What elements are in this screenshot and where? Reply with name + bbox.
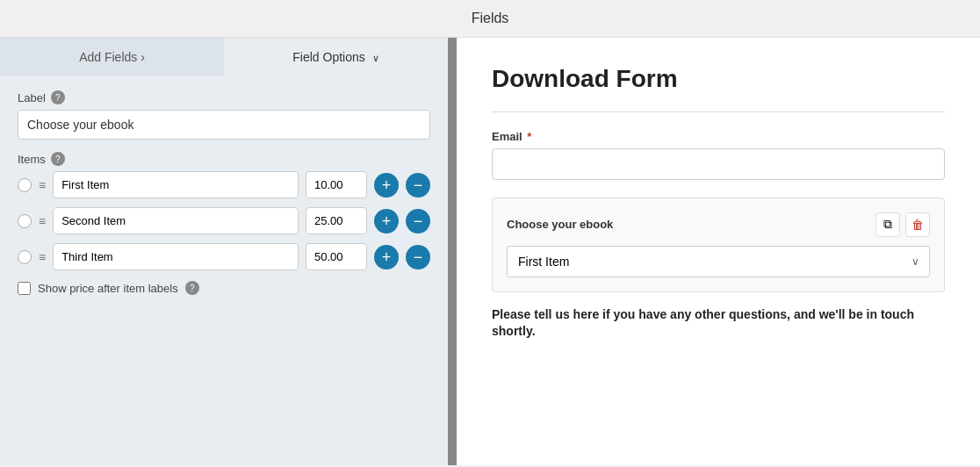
label-section-title: Label: [18, 91, 46, 104]
left-panel: Add Fields › Field Options ∨ Label ?: [0, 38, 448, 465]
panel-divider: [448, 38, 457, 465]
item-3-price-input[interactable]: [306, 243, 367, 270]
item-2-price-input[interactable]: [306, 207, 367, 234]
form-divider: [492, 111, 945, 112]
form-footer-text: Please tell us here if you have any othe…: [492, 306, 945, 341]
form-title: Download Form: [492, 64, 945, 94]
email-field-group: Email *: [492, 130, 945, 180]
email-label-text: Email: [492, 130, 522, 143]
item-1-add-button[interactable]: +: [374, 173, 399, 198]
email-field-label: Email *: [492, 130, 945, 143]
item-1-remove-button[interactable]: −: [406, 173, 430, 198]
show-price-label: Show price after item labels: [38, 282, 178, 295]
tab-add-fields-icon: ›: [141, 50, 145, 64]
items-section-title: Items: [18, 153, 46, 166]
item-3-remove-button[interactable]: −: [406, 245, 430, 269]
panel-content: Label ? Items ? ≡ + −: [0, 76, 448, 465]
item-row-3: ≡ + −: [18, 243, 430, 270]
item-1-drag-handle[interactable]: ≡: [39, 178, 46, 192]
item-1-radio[interactable]: [18, 178, 32, 192]
duplicate-button[interactable]: ⧉: [876, 212, 900, 237]
label-input[interactable]: [18, 110, 430, 140]
item-row-2: ≡ + −: [18, 207, 430, 234]
tab-add-fields-label: Add Fields: [79, 50, 137, 64]
tab-bar: Add Fields › Field Options ∨: [0, 38, 448, 76]
field-actions: ⧉ 🗑: [876, 212, 930, 237]
items-section-header: Items ?: [18, 152, 430, 166]
required-star: *: [527, 130, 531, 143]
dropdown-field-container: Choose your ebook ⧉ 🗑 First Item ∨: [492, 198, 945, 292]
item-2-remove-button[interactable]: −: [406, 209, 430, 234]
item-2-drag-handle[interactable]: ≡: [39, 214, 46, 228]
dropdown-select[interactable]: First Item: [507, 246, 930, 277]
tab-field-options-label: Field Options: [292, 50, 364, 64]
dropdown-field-title: Choose your ebook: [507, 218, 613, 231]
item-3-name-input[interactable]: [53, 243, 299, 270]
show-price-row: Show price after item labels ?: [18, 281, 430, 295]
right-panel: Download Form Email * Choose your ebook …: [457, 38, 980, 465]
item-2-add-button[interactable]: +: [374, 209, 399, 234]
dropdown-field-header: Choose your ebook ⧉ 🗑: [507, 212, 930, 237]
dropdown-wrapper: First Item ∨: [507, 246, 930, 277]
items-help-icon[interactable]: ?: [51, 152, 65, 166]
label-help-icon[interactable]: ?: [51, 90, 65, 104]
label-field-group: Label ?: [18, 90, 430, 140]
title-text: Fields: [472, 11, 509, 25]
tab-add-fields[interactable]: Add Fields ›: [0, 38, 224, 76]
item-2-radio[interactable]: [18, 214, 32, 228]
show-price-help-icon[interactable]: ?: [185, 281, 199, 295]
chevron-down-icon: ∨: [912, 255, 919, 268]
item-1-price-input[interactable]: [306, 171, 367, 198]
label-section-header: Label ?: [18, 90, 430, 104]
item-2-name-input[interactable]: [53, 207, 299, 234]
delete-button[interactable]: 🗑: [905, 212, 930, 237]
page-title: Fields: [0, 0, 980, 38]
items-section: Items ? ≡ + − ≡ +: [18, 152, 430, 270]
item-1-name-input[interactable]: [53, 171, 299, 198]
item-3-add-button[interactable]: +: [374, 245, 399, 269]
email-input[interactable]: [492, 148, 945, 180]
dropdown-selected-value: First Item: [518, 255, 569, 269]
item-3-drag-handle[interactable]: ≡: [39, 250, 46, 264]
item-3-radio[interactable]: [18, 250, 32, 264]
chevron-down-icon: ∨: [372, 53, 379, 63]
item-row-1: ≡ + −: [18, 171, 430, 198]
show-price-checkbox[interactable]: [18, 282, 31, 295]
tab-field-options[interactable]: Field Options ∨: [224, 38, 448, 76]
